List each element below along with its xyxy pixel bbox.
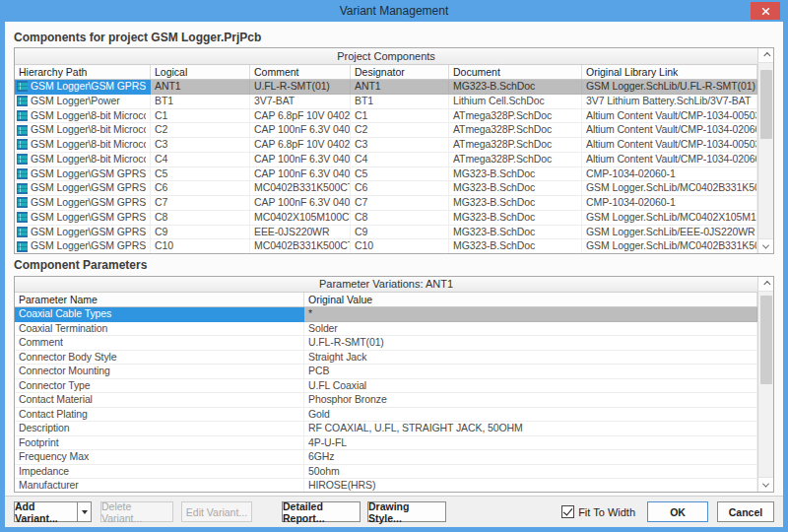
scrollbar-down-button[interactable] bbox=[758, 477, 774, 492]
cancel-button[interactable]: Cancel bbox=[717, 501, 774, 522]
column-header-hierarchy-path[interactable]: Hierarchy Path bbox=[15, 65, 151, 79]
hierarchy-path: GSM Logger\8-bit Microcontrol bbox=[31, 138, 146, 152]
library-link-cell: Altium Content Vault/CMP-1034-02060-1 bbox=[582, 123, 757, 138]
column-header-document[interactable]: Document bbox=[449, 65, 582, 79]
scrollbar-down-button[interactable] bbox=[758, 238, 774, 253]
library-link-cell: CMP-1034-02060-1 bbox=[582, 167, 757, 182]
hierarchy-path: GSM Logger\GSM GPRS Modul bbox=[31, 226, 146, 239]
scrollbar-up-button[interactable] bbox=[758, 277, 774, 292]
hierarchy-path: GSM Logger\GSM GPRS Modul bbox=[31, 211, 146, 225]
component-icon bbox=[17, 139, 28, 150]
designator-cell: ANT1 bbox=[351, 80, 449, 95]
table-row[interactable]: Frequency Max6GHz bbox=[15, 450, 757, 465]
comment-cell: CAP 100nF 6.3V 0402(1005) bbox=[250, 196, 351, 211]
column-header-designator[interactable]: Designator bbox=[351, 65, 449, 79]
column-header-logical[interactable]: Logical bbox=[151, 65, 250, 79]
designator-cell: C9 bbox=[351, 226, 449, 240]
dropdown-arrow-icon bbox=[82, 510, 88, 514]
document-cell: MG323-B.SchDoc bbox=[449, 167, 582, 182]
table-row[interactable]: GSM Logger\8-bit MicrocontrolC3CAP 6.8pF… bbox=[15, 138, 757, 153]
project-components-rows: GSM Logger\GSM GPRS ModulANT1U.FL-R-SMT(… bbox=[15, 80, 757, 253]
document-cell: MG323-B.SchDoc bbox=[449, 239, 582, 253]
detailed-report-button[interactable]: Detailed Report... bbox=[282, 501, 361, 522]
component-icon bbox=[17, 125, 28, 136]
delete-variant-button[interactable]: Delete Variant... bbox=[100, 501, 173, 522]
table-row[interactable]: GSM Logger\GSM GPRS ModulC6MC0402B331K50… bbox=[15, 181, 757, 196]
table-row[interactable]: GSM Logger\GSM GPRS ModulANT1U.FL-R-SMT(… bbox=[15, 80, 757, 95]
ok-button[interactable]: OK bbox=[647, 501, 708, 522]
table-row[interactable]: GSM Logger\GSM GPRS ModulC9EEE-0JS220WRC… bbox=[15, 226, 757, 240]
edit-variant-button[interactable]: Edit Variant... bbox=[181, 501, 252, 522]
table-row[interactable]: GSM Logger\8-bit MicrocontrolC1CAP 6.8pF… bbox=[15, 109, 757, 124]
column-header-comment[interactable]: Comment bbox=[250, 65, 351, 79]
components-scrollbar[interactable] bbox=[757, 48, 773, 253]
hierarchy-cell: GSM Logger\GSM GPRS Modul bbox=[15, 226, 151, 240]
add-variant-button[interactable]: Add Variant... bbox=[14, 501, 77, 522]
hierarchy-path: GSM Logger\GSM GPRS Modul bbox=[31, 196, 146, 210]
table-row[interactable]: GSM Logger\8-bit MicrocontrolC2CAP 100nF… bbox=[15, 123, 757, 138]
hierarchy-path: GSM Logger\8-bit Microcontrol bbox=[31, 153, 146, 166]
table-row[interactable]: GSM Logger\PowerBT13V7-BATBT1Lithium Cel… bbox=[15, 95, 757, 109]
component-icon bbox=[17, 197, 28, 208]
hierarchy-cell: GSM Logger\GSM GPRS Modul bbox=[15, 239, 151, 253]
close-button[interactable] bbox=[751, 2, 780, 20]
parameters-scrollbar[interactable] bbox=[757, 277, 773, 492]
scrollbar-thumb[interactable] bbox=[760, 296, 772, 384]
logical-cell: C7 bbox=[151, 196, 250, 211]
original-value-cell: PCB bbox=[304, 365, 757, 379]
table-row[interactable]: Contact MaterialPhosphor Bronze bbox=[15, 393, 757, 408]
parameter-variations-group-header: Parameter Variations: ANT1 bbox=[15, 277, 757, 293]
fit-to-width-checkbox[interactable] bbox=[561, 505, 574, 518]
table-row[interactable]: Connector MountingPCB bbox=[15, 365, 757, 379]
component-icon bbox=[17, 212, 28, 223]
logical-cell: C3 bbox=[151, 138, 250, 153]
table-row[interactable]: GSM Logger\GSM GPRS ModulC7CAP 100nF 6.3… bbox=[15, 196, 757, 211]
hierarchy-cell: GSM Logger\GSM GPRS Modul bbox=[15, 196, 151, 211]
document-cell: ATmega328P.SchDoc bbox=[449, 153, 582, 167]
document-cell: MG323-B.SchDoc bbox=[449, 226, 582, 240]
hierarchy-cell: GSM Logger\GSM GPRS Modul bbox=[15, 181, 151, 196]
table-row[interactable]: DescriptionRF COAXIAL, U.FL, STRAIGHT JA… bbox=[15, 422, 757, 436]
table-row[interactable]: ManufacturerHIROSE(HRS) bbox=[15, 479, 757, 492]
column-header-original-library-link[interactable]: Original Library Link bbox=[582, 65, 757, 79]
parameter-name-cell: Description bbox=[15, 422, 304, 436]
original-value-cell: U.FL-R-SMT(01) bbox=[304, 336, 757, 351]
table-row[interactable]: GSM Logger\GSM GPRS ModulC5CAP 100nF 6.3… bbox=[15, 167, 757, 182]
table-row[interactable]: GSM Logger\GSM GPRS ModulC8MC0402X105M10… bbox=[15, 211, 757, 226]
table-row[interactable]: Coaxial Cable Types* bbox=[15, 307, 757, 322]
table-row[interactable]: Connector TypeU.FL Coaxial bbox=[15, 379, 757, 394]
parameter-name-cell: Footprint bbox=[15, 436, 304, 451]
scrollbar-up-button[interactable] bbox=[758, 48, 774, 63]
original-value-cell: Phosphor Bronze bbox=[304, 393, 757, 408]
parameter-name-cell: Connector Type bbox=[15, 379, 304, 394]
table-row[interactable]: Contact PlatingGold bbox=[15, 408, 757, 423]
table-row[interactable]: Impedance50ohm bbox=[15, 465, 757, 480]
table-row[interactable]: Coaxial TerminationSolder bbox=[15, 322, 757, 337]
table-row[interactable]: CommentU.FL-R-SMT(01) bbox=[15, 336, 757, 351]
parameter-name-cell: Frequency Max bbox=[15, 450, 304, 465]
hierarchy-path: GSM Logger\Power bbox=[31, 95, 120, 108]
drawing-style-button[interactable]: Drawing Style... bbox=[367, 501, 446, 522]
chevron-down-icon bbox=[762, 241, 769, 248]
fit-to-width-checkbox-group[interactable]: Fit To Width bbox=[561, 505, 635, 518]
hierarchy-path: GSM Logger\GSM GPRS Modul bbox=[31, 239, 146, 253]
designator-cell: C3 bbox=[351, 138, 449, 153]
original-value-cell: U.FL Coaxial bbox=[304, 379, 757, 394]
table-row[interactable]: GSM Logger\8-bit MicrocontrolC4CAP 100nF… bbox=[15, 153, 757, 167]
document-cell: MG323-B.SchDoc bbox=[449, 181, 582, 196]
table-row[interactable]: Connector Body StyleStraight Jack bbox=[15, 351, 757, 366]
column-header-parameter-name[interactable]: Parameter Name bbox=[15, 293, 304, 306]
add-variant-dropdown-button[interactable] bbox=[77, 501, 92, 522]
parameter-name-cell: Impedance bbox=[15, 465, 304, 480]
scrollbar-thumb[interactable] bbox=[760, 70, 772, 139]
footer-bar: Add Variant... Delete Variant... Edit Va… bbox=[5, 496, 783, 527]
logical-cell: C1 bbox=[151, 109, 250, 124]
fit-to-width-label: Fit To Width bbox=[578, 506, 635, 518]
table-row[interactable]: GSM Logger\GSM GPRS ModulC10MC0402B331K5… bbox=[15, 239, 757, 253]
project-components-column-headers: Hierarchy PathLogicalCommentDesignatorDo… bbox=[15, 65, 757, 80]
table-row[interactable]: Footprint4P-U-FL bbox=[15, 436, 757, 451]
original-value-cell: 50ohm bbox=[304, 465, 757, 480]
original-value-cell: RF COAXIAL, U.FL, STRAIGHT JACK, 50OHM bbox=[304, 422, 757, 436]
column-header-original-value[interactable]: Original Value bbox=[304, 293, 757, 306]
parameter-name-cell: Comment bbox=[15, 336, 304, 351]
